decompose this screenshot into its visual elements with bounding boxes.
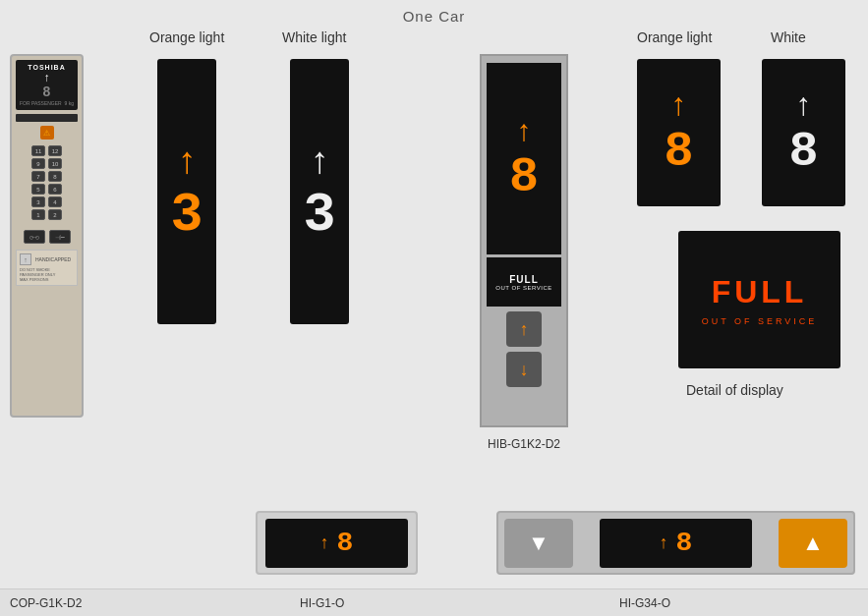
cop-btn-12[interactable]: 12	[48, 145, 62, 156]
label-orange-light-right: Orange light	[637, 29, 712, 45]
cop-bottom-text-1: HANDICAPPED	[35, 256, 71, 262]
cop-bottom-text-4: MAX PERSONS	[20, 277, 74, 282]
one-car-label: One Car	[403, 8, 466, 25]
hib-full-box: FULL OUT OF SERVICE	[487, 257, 561, 307]
label-white-light-left: White light	[282, 29, 346, 45]
cop-mirror-icon: ↑	[20, 253, 31, 265]
white-right-number: 8	[788, 128, 818, 177]
hib-up-button[interactable]: ↑	[506, 311, 542, 347]
hib-down-arrow-icon: ↓	[520, 360, 529, 380]
hi-g34-up-icon: ▲	[802, 531, 824, 556]
white-right-arrow: ↑	[796, 88, 812, 120]
cop-btn-4[interactable]: 4	[48, 196, 62, 207]
hib-label: HIB-G1K2-D2	[480, 437, 568, 451]
cop-num-row-1: 11 12	[17, 145, 77, 156]
cop-num-row-5: 3 4	[17, 196, 77, 207]
cop-number-buttons: 11 12 9 10 7 8 5 6 3 4 1 2	[12, 143, 82, 224]
white-arrow-up: ↑	[311, 141, 329, 179]
hi-g34-display: ↑ 8	[600, 519, 752, 568]
bottom-labels-row: COP-G1K-D2 HI-G1-O HI-G34-O	[0, 588, 868, 616]
cop-num-row-6: 1 2	[17, 209, 77, 220]
orange-arrow-up: ↑	[178, 141, 197, 179]
detail-label: Detail of display	[686, 382, 783, 398]
detail-full-text: FULL	[712, 274, 808, 310]
display-white-large: ↑ 3	[290, 59, 349, 324]
cop-info-text: FOR PASSENGER	[20, 100, 62, 106]
label-orange-light-left: Orange light	[149, 29, 224, 45]
hi-g34-number: 8	[676, 528, 693, 558]
cop-special-row: ⟳⟲ ⊣⊢	[12, 230, 82, 244]
cop-special-btn-2[interactable]: ⊣⊢	[49, 230, 71, 244]
cop-special-btn-1[interactable]: ⟳⟲	[24, 230, 45, 244]
hib-full-text: FULL	[509, 274, 539, 285]
cop-btn-9[interactable]: 9	[31, 158, 45, 169]
cop-capacity: 9 kg	[65, 100, 74, 106]
hib-up-arrow-icon: ↑	[520, 319, 529, 340]
hi-g34-up-button[interactable]: ▲	[779, 519, 847, 568]
cop-btn-1[interactable]: 1	[31, 209, 45, 220]
cop-btn-11[interactable]: 11	[31, 145, 45, 156]
cop-btn-7[interactable]: 7	[31, 171, 45, 182]
white-floor-number-left: 3	[303, 189, 335, 243]
hi-g34-bottom-label: HI-G34-O	[619, 596, 670, 610]
cop-btn-10[interactable]: 10	[48, 158, 62, 169]
hib-floor-number: 8	[509, 153, 539, 202]
main-container: One Car Orange light White light Orange …	[0, 0, 868, 616]
display-white-right: ↑ 8	[762, 59, 845, 206]
hi-g34-arrow: ↑	[660, 532, 668, 553]
cop-num-row-3: 7 8	[17, 171, 77, 182]
cop-bottom-panel: ↑ HANDICAPPED DO NOT SMOKE PASSENGER ONL…	[16, 250, 78, 286]
cop-num-row-4: 5 6	[17, 184, 77, 195]
hi-g34-down-icon: ▼	[528, 531, 550, 556]
hib-display: ↑ 8	[487, 63, 561, 254]
cop-panel: TOSHIBA ↑ 8 FOR PASSENGER 9 kg ⚠ 11 12 9…	[10, 54, 84, 418]
hi-g34-panel: ▼ ↑ 8 ▲	[496, 511, 855, 575]
cop-strip	[16, 114, 78, 122]
cop-btn-5[interactable]: 5	[31, 184, 45, 195]
hib-out-service-text: OUT OF SERVICE	[495, 285, 551, 291]
cop-floor-number: 8	[20, 84, 74, 98]
hib-down-button[interactable]: ↓	[506, 352, 542, 387]
cop-arrow: ↑	[20, 71, 74, 84]
orange-floor-number-left: 3	[170, 189, 203, 243]
cop-num-row-2: 9 10	[17, 158, 77, 169]
hi-g1-display: ↑ 8	[265, 519, 408, 568]
orange-right-number: 8	[664, 128, 693, 177]
cop-bottom-label: COP-G1K-D2	[10, 596, 82, 610]
detail-out-service-text: OUT OF SERVICE	[702, 316, 818, 326]
hi-g1-arrow: ↑	[320, 532, 329, 553]
cop-btn-3[interactable]: 3	[31, 196, 45, 207]
cop-indicator-orange: ⚠	[40, 126, 54, 140]
hib-arrow-up: ↑	[517, 116, 532, 145]
cop-indicators: ⚠	[12, 126, 82, 140]
hi-g1-bottom-label: HI-G1-O	[300, 596, 344, 610]
cop-btn-6[interactable]: 6	[48, 184, 62, 195]
hi-g1-number: 8	[337, 528, 354, 558]
cop-top-display: TOSHIBA ↑ 8 FOR PASSENGER 9 kg	[16, 60, 78, 110]
hi-g34-down-button[interactable]: ▼	[504, 519, 573, 568]
orange-right-arrow: ↑	[671, 88, 687, 120]
label-white-light-right: White	[771, 29, 806, 45]
hib-panel: ↑ 8 FULL OUT OF SERVICE ↑ ↓	[480, 54, 568, 427]
toshiba-label: TOSHIBA	[20, 64, 74, 71]
detail-display: FULL OUT OF SERVICE	[678, 231, 840, 368]
display-orange-right: ↑ 8	[637, 59, 721, 206]
cop-btn-2[interactable]: 2	[48, 209, 62, 220]
cop-btn-8[interactable]: 8	[48, 171, 62, 182]
hi-g1-panel: ↑ 8	[256, 511, 418, 575]
display-orange-large: ↑ 3	[157, 59, 216, 324]
